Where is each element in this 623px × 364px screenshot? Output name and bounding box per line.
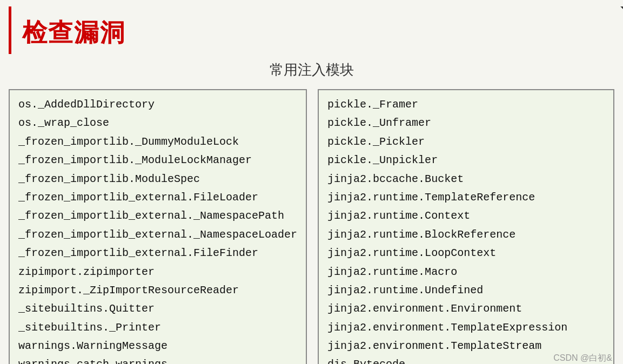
left-list-item: _frozen_importlib.ModuleSpec: [18, 170, 297, 188]
right-list-item: jinja2.runtime.Context: [327, 207, 605, 225]
right-list-item: jinja2.runtime.BlockReference: [327, 226, 605, 244]
left-list-box: os._AddedDllDirectoryos._wrap_close_froz…: [9, 89, 307, 364]
right-list-item: pickle._Unframer: [327, 114, 605, 132]
left-list-item: warnings.WarningMessage: [18, 337, 297, 355]
page-container: 检查漏洞 常用注入模块 os._AddedDllDirectoryos._wra…: [0, 6, 623, 364]
right-list-item: jinja2.runtime.TemplateReference: [327, 188, 605, 207]
subtitle-area: 常用注入模块: [0, 56, 623, 87]
right-list-item: jinja2.runtime.LoopContext: [327, 244, 605, 262]
right-list-item: jinja2.runtime.Macro: [327, 263, 605, 281]
left-list-item: _sitebuiltins.Quitter: [18, 300, 297, 318]
left-list-item: warnings.catch_warnings: [18, 355, 297, 364]
right-list-box: pickle._Framerpickle._Unframerpickle._Pi…: [318, 89, 614, 364]
left-list-item: _frozen_importlib_external.FileFinder: [18, 244, 297, 262]
right-list-item: jinja2.environment.TemplateExpression: [327, 319, 605, 337]
left-list-item: _frozen_importlib_external._NamespaceLoa…: [18, 226, 297, 244]
left-list-item: _frozen_importlib._DummyModuleLock: [18, 133, 297, 151]
right-list-item: pickle._Pickler: [327, 133, 605, 151]
watermark: CSDN @白初&: [553, 353, 612, 364]
right-list-item: jinja2.environment.Environment: [327, 300, 605, 318]
right-list-item: jinja2.runtime.Undefined: [327, 281, 605, 300]
title-area: 检查漏洞: [9, 6, 614, 54]
left-list-item: zipimport.zipimporter: [18, 263, 297, 281]
left-list-item: zipimport._ZipImportResourceReader: [18, 281, 297, 300]
left-list-item: _frozen_importlib_external._NamespacePat…: [18, 207, 297, 225]
right-list-item: pickle._Unpickler: [327, 151, 605, 170]
page-title: 检查漏洞: [22, 16, 126, 50]
subtitle-text: 常用注入模块: [270, 62, 354, 78]
right-list-item: pickle._Framer: [327, 96, 605, 114]
right-list-item: jinja2.bccache.Bucket: [327, 170, 605, 188]
left-list-item: _frozen_importlib_external.FileLoader: [18, 188, 297, 207]
lists-container: os._AddedDllDirectoryos._wrap_close_froz…: [0, 89, 623, 364]
left-list-item: os._AddedDllDirectory: [18, 96, 297, 114]
diagonal-decoration: [591, 6, 623, 39]
left-list-item: os._wrap_close: [18, 114, 297, 132]
left-list-item: _sitebuiltins._Printer: [18, 319, 297, 337]
left-list-item: _frozen_importlib._ModuleLockManager: [18, 151, 297, 170]
